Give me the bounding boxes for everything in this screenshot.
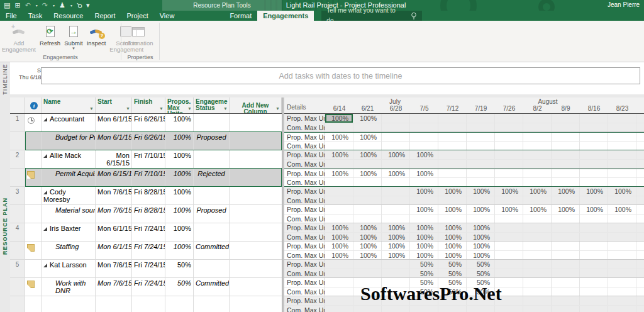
timephased-cell[interactable]: 100% <box>325 242 353 250</box>
start-cell[interactable]: Mon 7/6/15 <box>96 205 132 223</box>
indicator-cell[interactable] <box>25 169 42 187</box>
timephased-cell[interactable] <box>523 269 552 278</box>
filter-arrow-icon[interactable]: ▼ <box>187 106 192 112</box>
timephased-cell[interactable] <box>552 269 580 278</box>
timephased-cell[interactable] <box>580 178 608 187</box>
timephased-cell[interactable]: 100% <box>382 223 410 232</box>
timephased-cell[interactable] <box>523 278 552 287</box>
new-table-icon[interactable]: ⊞ <box>14 1 20 10</box>
timescale-date-label[interactable]: 8/30 <box>636 105 644 112</box>
timephased-cell[interactable] <box>467 150 495 159</box>
timephased-cell[interactable] <box>608 287 636 296</box>
timephased-cell[interactable] <box>523 178 552 187</box>
column-header-finish[interactable]: Finish▼ <box>132 98 165 113</box>
finish-cell[interactable]: Fri 7/24/15 <box>132 242 165 260</box>
timephased-cell[interactable] <box>552 196 580 205</box>
timephased-cell[interactable] <box>580 233 608 242</box>
timephased-cell[interactable] <box>495 133 523 141</box>
timephased-cell[interactable] <box>325 214 353 223</box>
timephased-cell[interactable] <box>523 306 552 312</box>
timephased-cell[interactable] <box>636 169 644 177</box>
engagement-status-cell[interactable] <box>194 187 230 205</box>
row-number[interactable] <box>10 132 25 150</box>
timephased-cell[interactable] <box>523 296 552 305</box>
timephased-cell[interactable] <box>580 260 608 269</box>
finish-cell[interactable]: Fri 6/26/15 <box>132 114 165 132</box>
max-units-cell[interactable]: 100% <box>165 132 194 150</box>
timephased-cell[interactable] <box>325 196 353 205</box>
finish-cell[interactable]: Fri 7/24/15 <box>132 278 165 296</box>
timephased-cell[interactable] <box>438 133 467 141</box>
timephased-cell[interactable]: 100% <box>580 187 608 196</box>
timephased-cell[interactable]: 100% <box>552 187 580 196</box>
resource-plan-pane-strip[interactable]: RESOURCE PLAN <box>0 98 10 312</box>
timephased-cell[interactable] <box>382 142 410 150</box>
save-icon[interactable]: ▤ <box>4 1 10 10</box>
timephased-cell[interactable]: 100% <box>467 223 495 232</box>
timephased-cell[interactable] <box>552 142 580 150</box>
timephased-cell[interactable] <box>467 133 495 141</box>
column-header-status[interactable]: EngagemeStatus▼ <box>194 98 230 113</box>
timescale-date-label[interactable]: 6/28 <box>382 105 410 112</box>
indicator-cell[interactable] <box>25 260 42 278</box>
timephased-cell[interactable] <box>495 169 523 177</box>
timephased-cell[interactable] <box>636 160 644 169</box>
timephased-cell[interactable]: 100% <box>523 205 552 214</box>
timephased-cell[interactable] <box>438 160 467 169</box>
timephased-cell[interactable] <box>636 296 644 305</box>
indicator-cell[interactable] <box>25 242 42 260</box>
max-units-cell[interactable]: 100% <box>165 169 194 187</box>
finish-cell[interactable]: Fri 7/10/15 <box>132 169 165 187</box>
timescale-date-label[interactable]: 8/9 <box>552 105 580 112</box>
add-new-column-cell[interactable] <box>230 242 282 260</box>
timephased-cell[interactable] <box>523 242 552 250</box>
timephased-cell[interactable] <box>382 123 410 132</box>
timephased-cell[interactable] <box>438 178 467 187</box>
engagement-status-cell[interactable] <box>194 114 230 132</box>
undo-icon-dropdown[interactable]: ▾ <box>36 3 38 8</box>
start-cell[interactable]: Mon 6/1/15 <box>96 132 132 150</box>
timephased-cell[interactable] <box>608 114 636 123</box>
timephased-cell[interactable] <box>410 123 438 132</box>
timescale-date-label[interactable]: 8/16 <box>580 105 608 112</box>
timephased-cell[interactable] <box>438 306 467 312</box>
timephased-cell[interactable] <box>410 114 438 123</box>
timephased-cell[interactable]: 100% <box>382 242 410 250</box>
start-cell[interactable]: Mon 6/1/15 <box>96 114 132 132</box>
timephased-cell[interactable] <box>353 269 382 278</box>
timephased-cell[interactable] <box>353 306 382 312</box>
timephased-cell[interactable] <box>580 142 608 150</box>
max-units-cell[interactable]: 100% <box>165 114 194 132</box>
engagement-status-cell[interactable] <box>194 150 230 169</box>
timephased-cell[interactable]: 100% <box>325 233 353 242</box>
timephased-cell[interactable] <box>438 142 467 150</box>
timephased-cell[interactable] <box>636 233 644 242</box>
timephased-cell[interactable] <box>467 142 495 150</box>
timephased-cell[interactable] <box>523 287 552 296</box>
timephased-cell[interactable] <box>410 178 438 187</box>
row-number[interactable] <box>10 169 25 187</box>
timephased-cell[interactable] <box>353 142 382 150</box>
name-cell[interactable]: Permit Acquis <box>42 169 96 187</box>
column-header-info[interactable]: i <box>25 98 42 113</box>
timephased-cell[interactable] <box>552 223 580 232</box>
timephased-cell[interactable] <box>467 196 495 205</box>
indicator-cell[interactable] <box>25 114 42 132</box>
submit-button[interactable]: →Submit▼ <box>62 23 85 52</box>
timephased-cell[interactable] <box>608 260 636 269</box>
start-cell[interactable]: Mon 6/15/15 <box>96 150 132 169</box>
timephased-cell[interactable]: 100% <box>608 205 636 214</box>
timescale-date-label[interactable]: 7/5 <box>410 105 438 112</box>
row-number[interactable] <box>10 278 25 296</box>
timephased-cell[interactable]: 100% <box>382 150 410 159</box>
column-header-max[interactable]: Propos.MaxUnits▼ <box>165 98 194 113</box>
timephased-cell[interactable] <box>495 142 523 150</box>
expand-triangle-icon[interactable] <box>43 227 47 231</box>
timephased-cell[interactable] <box>523 150 552 159</box>
max-units-cell[interactable]: 50% <box>165 260 194 278</box>
timephased-cell[interactable] <box>636 260 644 269</box>
timephased-cell[interactable] <box>353 205 382 214</box>
timephased-cell[interactable] <box>552 233 580 242</box>
timephased-cell[interactable] <box>325 142 353 150</box>
timephased-cell[interactable] <box>636 269 644 278</box>
